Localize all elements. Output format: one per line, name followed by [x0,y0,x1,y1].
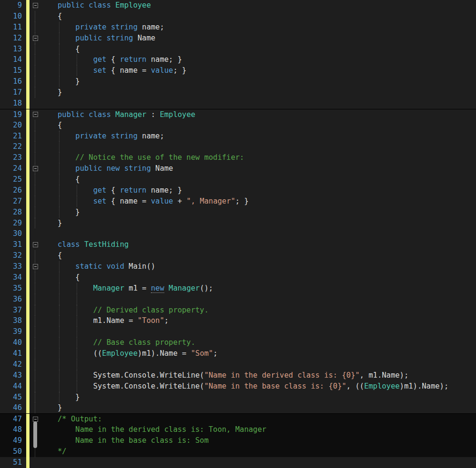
line-number[interactable]: 15 [0,65,22,76]
gutter-thumb[interactable] [33,421,37,448]
code-text[interactable]: { [41,272,476,283]
code-text[interactable]: // Derived class property. [41,305,476,316]
line-number[interactable]: 41 [0,348,22,359]
change-indicator [26,414,30,424]
line-number[interactable]: 49 [0,435,22,446]
code-text[interactable]: { [41,250,476,261]
code-text[interactable]: } [41,87,476,98]
line-number[interactable]: 24 [0,163,22,174]
line-number[interactable]: 34 [0,272,22,283]
line-number[interactable]: 32 [0,250,22,261]
code-text[interactable]: System.Console.WriteLine("Name in the ba… [41,381,476,392]
line-number[interactable]: 37 [0,305,22,316]
fold-collapse-icon[interactable] [33,166,38,171]
token-keyword: string [124,164,151,173]
fold-collapse-icon[interactable] [33,264,38,269]
code-text[interactable]: public class Employee [41,0,476,11]
code-text[interactable]: set { name = value + ", Manager"; } [41,196,476,207]
code-text[interactable]: Name in the base class is: Som [41,435,476,446]
code-text[interactable]: static void Main() [41,261,476,272]
code-text[interactable]: public new string Name [41,163,476,174]
line-number[interactable]: 20 [0,120,22,131]
code-text[interactable]: } [41,218,476,229]
code-text[interactable]: Name in the derived class is: Toon, Mana… [41,424,476,435]
code-text[interactable] [41,228,476,239]
code-text[interactable] [41,141,476,152]
code-text[interactable]: Manager m1 = new Manager(); [41,283,476,294]
code-text[interactable]: { [41,120,476,131]
line-number[interactable]: 40 [0,337,22,348]
code-text[interactable]: } [41,402,476,413]
line-number[interactable]: 33 [0,261,22,272]
line-number[interactable]: 35 [0,283,22,294]
line-number[interactable]: 21 [0,131,22,142]
code-text[interactable]: m1.Name = "Toon"; [41,315,476,326]
code-text[interactable] [41,98,476,109]
line-number[interactable]: 36 [0,294,22,305]
fold-collapse-icon[interactable] [33,36,38,41]
code-text[interactable]: public string Name [41,33,476,44]
code-text[interactable]: { [41,174,476,185]
gutter-spacer [22,457,26,468]
fold-collapse-icon[interactable] [33,242,38,247]
code-text[interactable]: // Base class property. [41,337,476,348]
code-text[interactable]: ((Employee)m1).Name = "Som"; [41,348,476,359]
line-number[interactable]: 47 [0,414,22,424]
line-number[interactable]: 23 [0,152,22,163]
code-text[interactable]: } [41,392,476,403]
line-number[interactable]: 28 [0,207,22,218]
code-text[interactable] [41,359,476,370]
line-number[interactable]: 13 [0,44,22,55]
token-plain-text: { name = [107,66,151,75]
line-number[interactable]: 25 [0,174,22,185]
code-text[interactable] [41,326,476,337]
code-text[interactable]: System.Console.WriteLine("Name in the de… [41,370,476,381]
line-number[interactable]: 38 [0,315,22,326]
line-number[interactable]: 50 [0,446,22,457]
code-text[interactable]: private string name; [41,131,476,142]
line-number[interactable]: 19 [0,109,22,120]
code-text[interactable]: private string name; [41,22,476,33]
fold-collapse-icon[interactable] [33,3,38,8]
fold-collapse-icon[interactable] [33,112,38,117]
line-number[interactable]: 12 [0,33,22,44]
line-number[interactable]: 31 [0,239,22,250]
line-number[interactable]: 43 [0,370,22,381]
line-number[interactable]: 46 [0,402,22,413]
line-number[interactable]: 30 [0,228,22,239]
line-number[interactable]: 27 [0,196,22,207]
code-text[interactable]: */ [41,446,476,457]
code-text[interactable]: { [41,44,476,55]
line-number[interactable]: 39 [0,326,22,337]
code-text[interactable] [41,457,476,468]
line-number[interactable]: 22 [0,141,22,152]
line-number[interactable]: 29 [0,218,22,229]
code-text[interactable]: } [41,76,476,87]
code-text[interactable]: { [41,11,476,22]
code-text[interactable]: /* Output: [41,414,476,424]
line-number[interactable]: 51 [0,457,22,468]
line-number[interactable]: 10 [0,11,22,22]
line-number[interactable]: 9 [0,0,22,11]
token-keyword: return [120,186,147,195]
line-number[interactable]: 17 [0,87,22,98]
token-plain-text [58,197,93,205]
code-text[interactable] [41,294,476,305]
line-number[interactable]: 14 [0,54,22,65]
token-plain-text: name; } [147,186,182,195]
line-number[interactable]: 45 [0,392,22,403]
code-text[interactable]: set { name = value; } [41,65,476,76]
line-number[interactable]: 16 [0,76,22,87]
code-text[interactable]: // Notice the use of the new modifier: [41,152,476,163]
line-number[interactable]: 42 [0,359,22,370]
code-text[interactable]: get { return name; } [41,54,476,65]
line-number[interactable]: 44 [0,381,22,392]
line-number[interactable]: 48 [0,424,22,435]
line-number[interactable]: 11 [0,22,22,33]
code-text[interactable]: public class Manager : Employee [41,109,476,120]
code-text[interactable]: class TestHiding [41,239,476,250]
code-text[interactable]: get { return name; } [41,185,476,196]
line-number[interactable]: 26 [0,185,22,196]
line-number[interactable]: 18 [0,98,22,109]
code-text[interactable]: } [41,207,476,218]
